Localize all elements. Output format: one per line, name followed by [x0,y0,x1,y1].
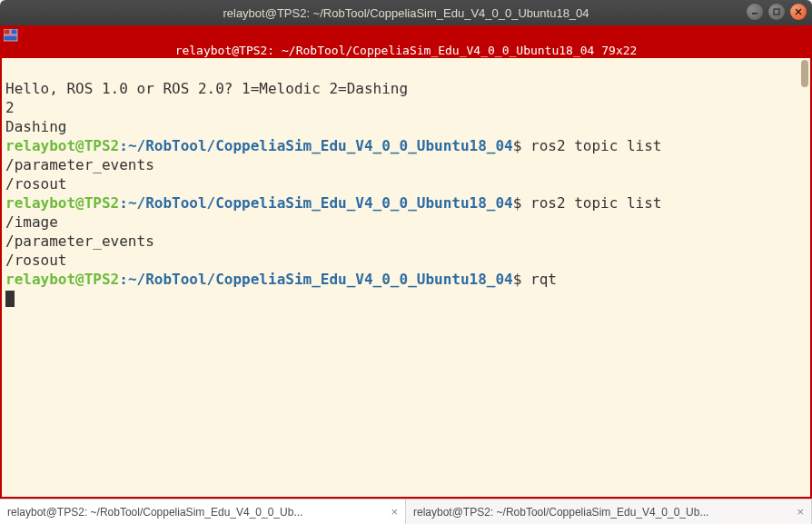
terminal-frame: relaybot@TPS2: ~/RobTool/CoppeliaSim_Edu… [0,25,812,499]
bottom-tab-bar: relaybot@TPS2: ~/RobTool/CoppeliaSim_Edu… [0,499,812,524]
close-button[interactable] [790,4,807,20]
prompt-dollar: $ [513,271,522,288]
terminator-icon[interactable] [4,29,18,42]
scrollbar-thumb[interactable] [801,60,808,87]
prompt-colon: : [119,271,128,288]
command-text: ros2 topic list [521,194,661,212]
tab-terminal-1[interactable]: relaybot@TPS2: ~/RobTool/CoppeliaSim_Edu… [0,499,406,524]
prompt-dollar: $ [513,137,522,154]
command-text: ros2 topic list [521,137,661,154]
prompt-user: relaybot@TPS2 [5,194,119,212]
command-text: rqt [521,271,557,288]
prompt-user: relaybot@TPS2 [5,271,119,288]
output-line: 2 [5,99,15,116]
output-line: /rosout [5,175,66,193]
svg-rect-0 [752,13,758,15]
tab-close-icon[interactable]: × [385,505,398,519]
output-line: /parameter_events [5,232,154,250]
output-line: /parameter_events [5,156,154,173]
prompt-path: ~/RobTool/CoppeliaSim_Edu_V4_0_0_Ubuntu1… [128,271,513,288]
maximize-button[interactable] [768,4,785,20]
window-titlebar: relaybot@TPS2: ~/RobTool/CoppeliaSim_Edu… [0,0,812,25]
tab-terminal-2[interactable]: relaybot@TPS2: ~/RobTool/CoppeliaSim_Edu… [406,499,812,524]
terminator-icon-row [2,27,810,43]
terminal-tab-title[interactable]: relaybot@TPS2: ~/RobTool/CoppeliaSim_Edu… [2,43,810,58]
svg-rect-4 [4,29,10,35]
minimize-button[interactable] [747,4,763,20]
prompt-path: ~/RobTool/CoppeliaSim_Edu_V4_0_0_Ubuntu1… [128,137,513,154]
prompt-colon: : [119,137,128,154]
svg-rect-6 [4,35,17,41]
prompt-dollar: $ [513,194,522,212]
prompt-colon: : [119,194,128,212]
prompt-user: relaybot@TPS2 [5,137,119,154]
output-line: Hello, ROS 1.0 or ROS 2.0? 1=Melodic 2=D… [5,80,408,97]
cursor [5,291,15,307]
output-line: /image [5,213,58,231]
output-line: Dashing [5,118,66,135]
prompt-path: ~/RobTool/CoppeliaSim_Edu_V4_0_0_Ubuntu1… [128,194,513,212]
svg-rect-1 [774,9,779,15]
tab-label: relaybot@TPS2: ~/RobTool/CoppeliaSim_Edu… [7,506,302,519]
svg-rect-5 [11,29,17,35]
terminal-area[interactable]: Hello, ROS 1.0 or ROS 2.0? 1=Melodic 2=D… [2,58,810,497]
tab-label: relaybot@TPS2: ~/RobTool/CoppeliaSim_Edu… [413,506,708,519]
output-line: /rosout [5,252,66,269]
window-controls [747,4,807,20]
window-title: relaybot@TPS2: ~/RobTool/CoppeliaSim_Edu… [223,6,589,20]
tab-close-icon[interactable]: × [791,505,804,519]
